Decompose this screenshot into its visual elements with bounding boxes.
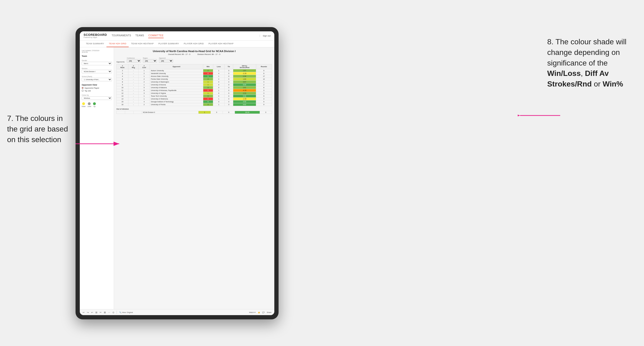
radio-top-100[interactable]: Top 100 [82,90,112,92]
watch-button[interactable]: Watch ▾ [249,311,256,314]
col-tie: Tie [224,64,233,69]
clock-icon[interactable]: ⊙ [112,311,114,314]
data-panel: University of North Carolina Head-to-Hea… [114,47,274,309]
cell-opponent: University of Oklahoma [150,97,203,100]
division-select[interactable]: NCAA Division I [82,70,112,73]
cell-loss: 1 [213,97,224,100]
sub-nav-team-h2h-heatmap[interactable]: TEAM H2H HEATMAP [129,40,156,47]
sub-nav-team-h2h-grid[interactable]: TEAM H2H GRID [106,40,129,47]
col-opponent: Opponent [150,64,203,69]
cell-reg: - [128,72,138,75]
left-panel: Last Updated: 27/03/2024 16:55:38 Team G… [80,47,114,309]
tablet-device: SCOREBOARD Powered by clippd TOURNAMENTS… [76,27,278,319]
sub-nav-team-summary[interactable]: TEAM SUMMARY [84,40,106,47]
main-content: Last Updated: 27/03/2024 16:55:38 Team G… [80,47,274,309]
school-select[interactable]: 1. University of Nort... [82,78,112,81]
back-icon[interactable]: ↩ [91,311,93,314]
cell-rank: 13 [116,95,128,97]
annotation-right: 8. The colour shade will change dependin… [547,36,637,89]
cell-win: 5 [203,75,213,78]
cell-win: 4 [203,78,213,80]
cell-tie: 0 [224,92,233,95]
sub-nav-player-h2h-heatmap[interactable]: PLAYER H2H HEATMAP [206,40,236,47]
cell-tie: 0 [224,72,233,75]
cell-conf: 3 [138,92,150,95]
grid-icon[interactable]: ⊞ [95,311,97,314]
app-header: SCOREBOARD Powered by clippd TOURNAMENTS… [80,31,274,40]
toolbar-right: Watch ▾ 👍 💬 Share [249,311,272,314]
division-record: Division Record: 88 - 17 - 0 [197,53,220,55]
gender-select[interactable]: Men's [82,62,112,65]
sign-out-button[interactable]: Sign out [260,35,270,37]
redo-icon[interactable]: ↪ [87,311,89,314]
dots-icon[interactable]: ··· [108,311,110,314]
cell-opponent: University of Alabama [150,86,203,89]
cell-opponent: University of Florida [150,103,203,106]
sub-nav-player-h2h-grid[interactable]: PLAYER H2H GRID [181,40,206,47]
cell-rounds: 2 [256,83,272,86]
team-section: Team [82,55,112,57]
opponent-view-section: Opponent View Opponents Played Top 100 [82,84,112,92]
sub-nav: TEAM SUMMARY TEAM H2H GRID TEAM H2H HEAT… [80,40,274,47]
cell-reg: - [128,69,138,72]
cell-tie: 0 [224,83,233,86]
cell-diff: 2.28 [233,75,256,78]
nav-items: TOURNAMENTS TEAMS COMMITTEE [112,33,255,38]
ood-cell-rounds: 3 [260,111,272,114]
radio-dot-top100 [82,90,84,92]
ood-cell-division: NCAA Division II [142,111,198,114]
cell-win: 1 [203,92,213,95]
reaction-icon[interactable]: 👍 [258,311,260,314]
cell-rank: 16 [116,103,128,106]
cell-win: 0 [203,89,213,92]
overall-record: Overall Record: 89 - 17 - 0 [168,53,190,55]
table-header-row: #Rank #Reg #Conf Opponent Win Loss Tie D… [116,64,272,69]
cell-opponent: Auburn University [150,69,203,72]
table-row: 8 - 2 University of Washington 1 0 0 3.6… [116,80,272,83]
opponents-filter-label: Opponents: [116,61,125,63]
logo-text: SCOREBOARD [84,33,107,36]
ood-cell-conf [134,111,142,114]
region-filter: Region (All) [143,57,157,63]
colour-by-select[interactable]: Win/loss [82,96,112,100]
radio-opponents-played[interactable]: Opponents Played [82,87,112,89]
filter-row: Opponents: Conference (All) Region (All) [116,57,272,63]
nav-tournaments[interactable]: TOURNAMENTS [112,33,131,38]
region-select[interactable]: (All) [143,59,157,63]
col-reg: #Reg [128,64,138,69]
cell-reg: - [128,103,138,106]
col-diff: Diff AvStrokes/Rnd [233,64,256,69]
cell-win: 1 [203,80,213,83]
cell-conf: 1 [138,97,150,100]
layout-icon[interactable]: ⊠ [104,311,106,314]
opponent-select[interactable]: (All) [159,59,173,63]
conference-select[interactable]: (All) [127,59,141,63]
logo-sub: Powered by clippd [84,36,107,38]
cell-reg: - [128,97,138,100]
cell-rounds: 9 [256,69,272,72]
cell-rounds: 9 [256,95,272,97]
undo-icon[interactable]: ↩ [82,311,84,314]
cell-rank: 12 [116,92,128,95]
cell-win: 3 [203,86,213,89]
cell-tie: 0 [224,97,233,100]
nav-committee[interactable]: COMMITTEE [148,33,164,38]
cell-diff: -4.33 [233,89,256,92]
legend-up-circle [93,102,96,105]
table-row: 14 - 1 University of Oklahoma 0 1 0 -1.0… [116,97,272,100]
cell-reg: - [128,80,138,83]
cut-icon[interactable]: ✂ [100,311,102,314]
share-button[interactable]: Share [267,311,272,314]
cell-rounds: 17 [256,75,272,78]
cell-rank: 10 [116,86,128,89]
opponent-filter: Opponent (All) [159,57,173,63]
opponent-view-radios: Opponents Played Top 100 [82,87,112,92]
nav-teams[interactable]: TEAMS [135,33,144,38]
legend-down-circle [82,102,85,105]
sub-nav-player-summary[interactable]: PLAYER SUMMARY [156,40,181,47]
cell-win: 0 [203,97,213,100]
cell-opponent: University of Arizona [150,83,203,86]
comment-icon[interactable]: 💬 [262,311,264,314]
cell-loss: 2 [213,78,224,80]
cell-reg: - [128,92,138,95]
